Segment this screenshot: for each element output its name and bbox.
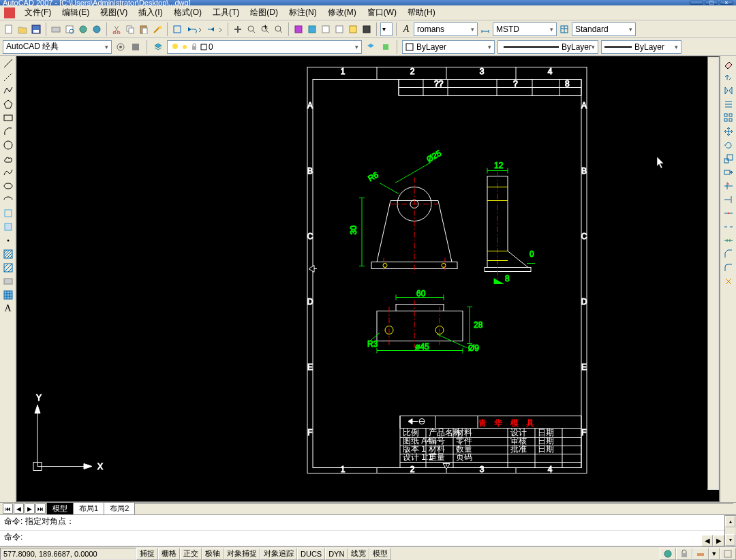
ellipse-arc-tool[interactable]	[2, 193, 14, 206]
help-dropdown[interactable]: ▾	[380, 22, 393, 36]
status-lwt[interactable]: 线宽	[348, 548, 369, 560]
erase-tool[interactable]	[722, 57, 735, 69]
dimstyle-button[interactable]	[479, 23, 491, 35]
workspace-settings-button[interactable]	[114, 41, 127, 53]
construction-line-tool[interactable]	[2, 71, 14, 83]
mtext-tool[interactable]: A	[2, 302, 14, 315]
hatch-tool[interactable]	[2, 248, 14, 260]
tab-last[interactable]: ⏭	[35, 503, 46, 514]
status-model[interactable]: 模型	[369, 548, 391, 560]
copy-button[interactable]	[124, 23, 136, 35]
polygon-tool[interactable]	[2, 98, 14, 110]
zoom-realtime-button[interactable]	[245, 23, 258, 35]
trim-tool[interactable]	[722, 180, 735, 192]
open-button[interactable]	[16, 23, 29, 35]
chamfer-tool[interactable]	[722, 248, 735, 260]
tab-layout2[interactable]: 布局2	[104, 503, 135, 515]
command-window[interactable]: 命令: 指定对角点： 命令: ▴ ▾ ◀ ▶	[0, 514, 736, 546]
tab-next[interactable]: ▶	[25, 503, 35, 514]
redo-button[interactable]	[205, 23, 224, 35]
tablestyle-selector[interactable]: Standard▾	[572, 22, 636, 36]
my-workspace-button[interactable]	[129, 41, 142, 53]
markup-button[interactable]	[347, 23, 359, 35]
menu-tools[interactable]: 工具(T)	[207, 5, 245, 20]
undo-button[interactable]	[185, 23, 204, 35]
move-tool[interactable]	[722, 125, 735, 138]
sheet-set-button[interactable]	[333, 23, 346, 35]
rotate-tool[interactable]	[722, 139, 735, 151]
properties-button[interactable]	[292, 23, 305, 35]
status-otrack[interactable]: 对象追踪	[260, 548, 297, 560]
dimstyle-selector[interactable]: MSTD▾	[493, 22, 557, 36]
3dwf-button[interactable]	[91, 23, 103, 35]
menu-dimension[interactable]: 标注(N)	[283, 5, 322, 20]
plot-preview-button[interactable]	[63, 23, 76, 35]
pan-button[interactable]	[232, 23, 244, 35]
insert-block-tool[interactable]	[2, 207, 14, 219]
zoom-previous-button[interactable]	[273, 23, 285, 35]
cut-button[interactable]	[110, 23, 123, 35]
extend-tool[interactable]	[722, 193, 735, 206]
status-grid[interactable]: 栅格	[158, 548, 180, 560]
make-block-tool[interactable]	[2, 221, 14, 233]
join-tool[interactable]	[722, 234, 735, 247]
circle-tool[interactable]	[2, 139, 14, 151]
color-selector[interactable]: ByLayer▾	[402, 40, 495, 54]
command-input[interactable]: 命令:	[0, 531, 736, 546]
copy-tool[interactable]	[722, 71, 735, 83]
tab-first[interactable]: ⏮	[3, 503, 13, 514]
textstyle-selector[interactable]: romans▾	[414, 22, 478, 36]
tray-comm[interactable]	[660, 548, 676, 560]
gradient-tool[interactable]	[2, 262, 14, 274]
scroll-up-button[interactable]: ▴	[725, 516, 735, 527]
offset-tool[interactable]	[722, 98, 735, 110]
match-properties-button[interactable]	[151, 23, 164, 35]
ellipse-tool[interactable]	[2, 180, 14, 192]
command-scrollbar[interactable]: ▴ ▾	[724, 515, 736, 546]
publish-button[interactable]	[77, 23, 89, 35]
menu-window[interactable]: 窗口(W)	[362, 5, 402, 20]
menu-help[interactable]: 帮助(H)	[402, 5, 441, 20]
zoom-window-button[interactable]: +	[259, 23, 271, 35]
polyline-tool[interactable]	[2, 84, 14, 97]
plot-button[interactable]	[50, 23, 62, 35]
tray-toolbar[interactable]: ▾	[709, 548, 720, 560]
new-button[interactable]	[3, 23, 15, 35]
explode-tool[interactable]	[722, 275, 735, 287]
status-osnap[interactable]: 对象捕捉	[224, 548, 260, 560]
status-ortho[interactable]: 正交	[180, 548, 202, 560]
menu-draw[interactable]: 绘图(D)	[245, 5, 283, 20]
layer-states-button[interactable]	[380, 41, 392, 53]
scroll-down-button[interactable]: ▾	[725, 534, 735, 546]
revision-cloud-tool[interactable]	[2, 153, 14, 165]
maximize-button[interactable]: □	[705, 1, 718, 5]
tab-prev[interactable]: ◀	[14, 503, 24, 514]
stretch-tool[interactable]	[722, 166, 735, 178]
cmd-prev[interactable]: ◀	[701, 535, 713, 546]
block-editor-button[interactable]	[171, 23, 183, 35]
paste-button[interactable]	[138, 23, 150, 35]
layer-properties-button[interactable]	[152, 41, 164, 53]
menu-edit[interactable]: 编辑(E)	[57, 5, 95, 20]
minimize-button[interactable]: _	[690, 1, 703, 5]
line-tool[interactable]	[2, 57, 14, 69]
tab-model[interactable]: 模型	[46, 503, 74, 515]
cmd-next[interactable]: ▶	[713, 535, 724, 546]
break-at-point-tool[interactable]	[722, 207, 735, 219]
menu-view[interactable]: 视图(V)	[95, 5, 133, 20]
status-snap[interactable]: 捕捉	[136, 548, 158, 560]
close-button[interactable]: ×	[720, 1, 733, 5]
spline-tool[interactable]	[2, 166, 14, 178]
menu-insert[interactable]: 插入(I)	[133, 5, 168, 20]
array-tool[interactable]	[722, 112, 735, 124]
coordinates-display[interactable]: 577.8090, 189.6687, 0.0000	[0, 548, 136, 560]
tablestyle-button[interactable]	[558, 23, 570, 35]
point-tool[interactable]	[2, 234, 14, 247]
tab-layout1[interactable]: 布局1	[73, 503, 104, 515]
menu-format[interactable]: 格式(O)	[168, 5, 207, 20]
layer-previous-button[interactable]	[365, 41, 377, 53]
break-tool[interactable]	[722, 221, 735, 233]
status-ducs[interactable]: DUCS	[297, 548, 325, 560]
table-tool[interactable]	[2, 289, 14, 301]
drawing-canvas[interactable]: Y X 1 2 3 4 1 2 3 4	[16, 56, 720, 502]
